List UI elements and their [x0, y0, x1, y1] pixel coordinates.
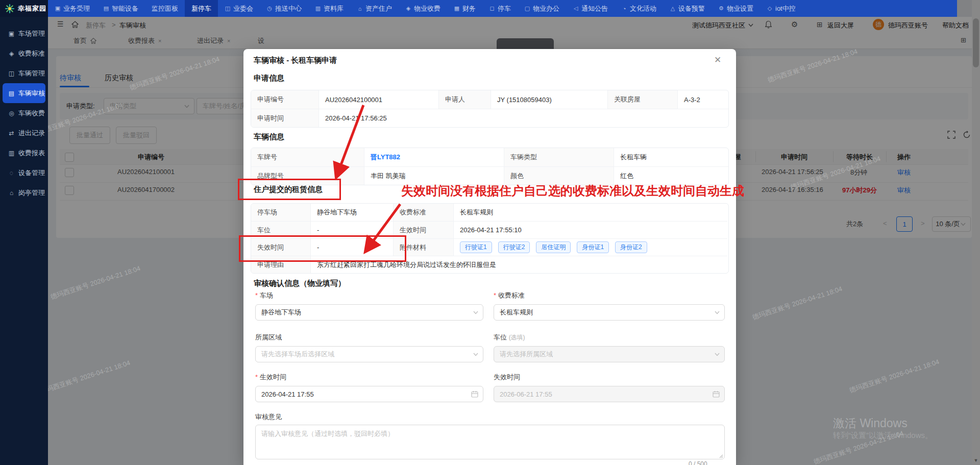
attachment-tag[interactable]: 身份证2: [615, 241, 647, 253]
top-nav: 幸福家园 ▣业务受理 ▤智能设备 监控面板 新停车 ◫业委会 ◷推送中心 ▥资料…: [0, 0, 957, 17]
label-cell: 收费标准: [393, 204, 453, 221]
office-icon: ▢: [524, 5, 530, 12]
nav-item-property-fee[interactable]: ◈物业收费: [399, 0, 447, 17]
confirm-section-title: 审核确认信息（物业填写）: [254, 279, 346, 288]
sidebar-item-booth-mgmt[interactable]: ⌂岗亭管理: [3, 183, 45, 203]
nav-item-new-parking[interactable]: 新停车: [185, 0, 218, 17]
label-cell: 申请编号: [251, 90, 318, 109]
calendar-icon: [713, 390, 720, 398]
nav-label: 业委会: [233, 4, 253, 13]
label-cell: 生效时间: [393, 221, 453, 238]
modal-close-icon[interactable]: ✕: [714, 55, 721, 65]
lot-icon: ▣: [8, 30, 15, 37]
sidebar-item-lot-mgmt[interactable]: ▣车场管理: [3, 23, 45, 43]
apply-info-table: 申请编号 AU2026042100001 申请人 JY (15108059403…: [251, 90, 729, 128]
nav-item-property-settings[interactable]: ⚙物业设置: [712, 0, 760, 17]
sidebar-label: 收费标准: [18, 49, 45, 58]
label-cell: 颜色: [504, 166, 614, 185]
sidebar-item-device-mgmt[interactable]: ◌设备管理: [3, 163, 45, 183]
nav-item-finance[interactable]: ▦财务: [447, 0, 482, 17]
attachment-tag[interactable]: 行驶证1: [460, 241, 492, 253]
select-value: 静谷地下车场: [261, 308, 301, 317]
app-logo: 幸福家园: [0, 0, 48, 17]
vehicle-section-title: 车辆信息: [254, 132, 284, 142]
nav-item-asset-resident[interactable]: ⌂资产住户: [350, 0, 399, 17]
sidebar-item-vehicle-fee[interactable]: ◎车辆收费: [3, 103, 45, 123]
lot-field-label: *车场: [255, 291, 273, 300]
value-cell: 2026-04-21 17:55:10: [453, 221, 727, 238]
nav-item-parking[interactable]: ◻停车: [482, 0, 518, 17]
sidebar-item-vehicle-audit[interactable]: ▤车辆审核: [3, 83, 45, 103]
effect-time-picker[interactable]: 2026-04-21 17:55: [255, 386, 483, 402]
sidebar-label: 车辆收费: [18, 109, 45, 118]
iot-icon: ◇: [767, 5, 773, 12]
sidebar-item-vehicle-mgmt[interactable]: ◫车辆管理: [3, 63, 45, 83]
space-select-disabled[interactable]: 请先选择所属区域: [494, 346, 725, 362]
coin-icon: ◎: [8, 110, 15, 117]
report-icon: ▥: [8, 150, 15, 157]
value-cell: 长租车辆: [614, 148, 729, 166]
nav-item-iot[interactable]: ◇iot中控: [760, 0, 802, 17]
nav-item-business[interactable]: ▣业务受理: [48, 0, 96, 17]
attachment-tag[interactable]: 居住证明: [536, 241, 571, 253]
label-cell: 申请时间: [251, 109, 318, 127]
car-icon: ◻: [489, 5, 495, 12]
attachments-cell: 行驶证1 行驶证2 居住证明 身份证1 身份证2: [453, 238, 727, 256]
sidebar-item-fee-standard[interactable]: ◈收费标准: [3, 43, 45, 63]
library-icon: ▥: [315, 5, 321, 12]
label-cell: 车辆类型: [504, 148, 614, 166]
label-cell: 停车场: [251, 204, 310, 221]
plate-link[interactable]: 晋LYT882: [364, 148, 504, 166]
committee-icon: ◫: [225, 5, 231, 12]
nav-item-smart-device[interactable]: ▤智能设备: [96, 0, 145, 17]
nav-label: iot中控: [775, 4, 796, 13]
opinion-field-label: 审核意见: [255, 412, 282, 422]
nav-item-library[interactable]: ▥资料库: [308, 0, 350, 17]
lease-info-table: 停车场 静谷地下车场 收费标准 长租车规则 车位 - 生效时间 2026-04-…: [251, 203, 729, 274]
nav-item-notice[interactable]: ◁通知公告: [566, 0, 615, 17]
sidebar-label: 车场管理: [18, 29, 45, 38]
sidebar-item-access-records[interactable]: ⇄进出记录: [3, 123, 45, 143]
booth-icon: ⌂: [8, 189, 15, 197]
logo-text: 幸福家园: [18, 4, 46, 13]
select-value: 长租车规则: [500, 308, 533, 317]
vehicle-audit-modal: 车辆审核 - 长租车辆申请 ✕ 申请信息 申请编号 AU202604210000…: [243, 49, 736, 465]
business-icon: ▣: [55, 5, 61, 12]
nav-label: 新停车: [191, 4, 211, 13]
required-asterisk: *: [255, 291, 258, 299]
nav-item-monitor[interactable]: 监控面板: [145, 0, 185, 17]
megaphone-icon: ◁: [573, 5, 579, 12]
label-cell: 车牌号: [251, 148, 364, 166]
gear-icon: ⚙: [718, 5, 724, 12]
app-root: 幸福家园 ▣业务受理 ▤智能设备 监控面板 新停车 ◫业委会 ◷推送中心 ▥资料…: [0, 0, 980, 465]
sidebar-label: 设备管理: [18, 168, 45, 178]
value-cell: -: [310, 221, 393, 238]
nav-label: 通知公告: [581, 4, 608, 13]
resize-handle-icon[interactable]: [718, 453, 723, 458]
nav-item-committee[interactable]: ◫业委会: [218, 0, 260, 17]
value-cell: A-3-2: [677, 90, 729, 109]
audit-opinion-textarea[interactable]: [255, 425, 725, 459]
lease-section-title: 住户提交的租赁信息: [254, 185, 323, 194]
expire-field-label: 失效时间: [494, 373, 520, 382]
nav-item-device-alert[interactable]: △设备预警: [663, 0, 712, 17]
house-icon: ⌂: [357, 6, 363, 12]
nav-item-culture[interactable]: ◔文化活动: [615, 0, 663, 17]
expire-time-picker-disabled[interactable]: 2026-06-21 17:55: [494, 386, 725, 402]
label-cell: 车位: [251, 221, 310, 238]
sidebar-item-fee-report[interactable]: ▥收费报表: [3, 143, 45, 163]
sidebar-label: 岗亭管理: [18, 188, 45, 198]
sidebar-label: 车辆审核: [18, 89, 45, 98]
value-cell: 丰田 凯美瑞: [364, 166, 504, 185]
lot-select[interactable]: 静谷地下车场: [255, 304, 483, 321]
fee-standard-select[interactable]: 长租车规则: [494, 304, 725, 321]
attachment-tag[interactable]: 行驶证2: [498, 241, 530, 253]
nav-item-property-office[interactable]: ▢物业办公: [518, 0, 566, 17]
nav-label: 文化活动: [630, 4, 656, 13]
calendar-icon: [471, 390, 478, 398]
attachment-tag[interactable]: 身份证1: [577, 241, 609, 253]
label-cell: 品牌型号: [251, 166, 364, 185]
nav-item-push-center[interactable]: ◷推送中心: [260, 0, 308, 17]
area-select[interactable]: 请先选择车场后选择区域: [255, 346, 483, 362]
apply-section-title: 申请信息: [254, 74, 284, 83]
